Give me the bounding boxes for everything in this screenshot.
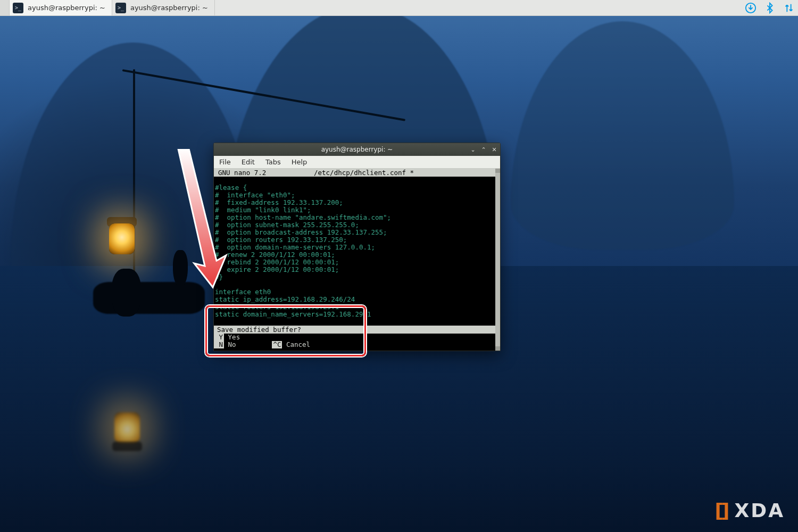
network-updown-icon[interactable] (783, 2, 795, 14)
window-maximize-button[interactable]: ⌃ (480, 146, 487, 153)
wallpaper-figure (112, 269, 141, 317)
window-title: ayush@raspberrypi: ~ (214, 146, 500, 153)
nano-line: # rebind 2 2000/1/12 00:00:01; (215, 259, 494, 266)
nano-key-cancel-label: Cancel (286, 340, 310, 348)
nano-line: # option routers 192.33.137.250; (215, 236, 494, 244)
nano-line: # option subnet-mask 255.255.255.0; (215, 221, 494, 229)
window-titlebar[interactable]: ayush@raspberrypi: ~ ⌄ ⌃ ✕ (214, 143, 500, 156)
bluetooth-icon[interactable] (764, 2, 776, 14)
nano-line: # option broadcast-address 192.33.137.25… (215, 229, 494, 236)
taskbar-item-label: ayush@raspberrypi: ~ (130, 4, 208, 12)
nano-line: # fixed-address 192.33.137.200; (215, 199, 494, 206)
taskbar-item-label: ayush@raspberrypi: ~ (28, 4, 105, 12)
nano-footer: Save modified buffer? Y Yes N No ^C Canc… (214, 326, 495, 348)
scrollbar-button-down[interactable] (495, 346, 500, 351)
nano-key-no-label: No (228, 340, 236, 348)
wallpaper-bird (173, 250, 188, 287)
nano-app-name: GNU nano 7.2 (218, 169, 314, 177)
nano-line: # expire 2 2000/1/12 00:00:01; (215, 266, 494, 273)
taskbar-item-terminal-2[interactable]: >_ ayush@raspberrypi: ~ (112, 0, 215, 15)
terminal-menubar: File Edit Tabs Help (214, 156, 500, 169)
terminal-window: ayush@raspberrypi: ~ ⌄ ⌃ ✕ File Edit Tab… (213, 143, 501, 351)
system-tray (745, 0, 798, 15)
nano-line: # option host-name "andare.swiftmedia.co… (215, 214, 494, 221)
nano-save-prompt: Save modified buffer? (214, 326, 495, 334)
nano-titlebar: GNU nano 7.2/etc/dhcp/dhclient.conf * (214, 169, 495, 177)
terminal-body[interactable]: GNU nano 7.2/etc/dhcp/dhclient.conf * #l… (214, 169, 500, 351)
nano-line: interface eth0 (215, 288, 494, 296)
menu-edit[interactable]: Edit (236, 158, 260, 166)
menu-help[interactable]: Help (286, 158, 313, 166)
nano-line: #} (215, 273, 494, 281)
scrollbar-track[interactable] (495, 169, 500, 351)
taskbar: >_ ayush@raspberrypi: ~ >_ ayush@raspber… (0, 0, 798, 16)
wallpaper-lantern (109, 223, 135, 254)
xda-watermark-text: XDA (735, 500, 785, 521)
nano-key-cancel[interactable]: ^C (272, 341, 282, 348)
wallpaper-lantern-reflection (114, 412, 140, 443)
nano-line: static routers=192.168.198.29.1 (215, 303, 494, 311)
nano-line: # option domain-name-servers 127.0.0.1; (215, 244, 494, 251)
nano-commented-block: #lease {# interface "eth0";# fixed-addre… (214, 184, 495, 281)
nano-line: # renew 2 2000/1/12 00:00:01; (215, 251, 494, 259)
menu-file[interactable]: File (214, 158, 236, 166)
taskbar-start-stub[interactable] (0, 0, 10, 15)
nano-file-path: /etc/dhcp/dhclient.conf * (314, 169, 414, 177)
scrollbar-button-up[interactable] (495, 169, 500, 173)
nano-key-yes-label: Yes (228, 333, 240, 341)
nano-key-no[interactable]: N (214, 341, 224, 348)
nano-line: # interface "eth0"; (215, 192, 494, 199)
nano-line: #lease { (215, 184, 494, 192)
wallpaper-lantern-reflection (112, 442, 142, 451)
download-icon[interactable] (745, 2, 757, 14)
nano-line: static domain_name_servers=192.168.29.1 (215, 311, 494, 318)
taskbar-item-terminal-1[interactable]: >_ ayush@raspberrypi: ~ (10, 0, 112, 15)
window-minimize-button[interactable]: ⌄ (469, 146, 477, 153)
xda-watermark: [] XDA (715, 500, 785, 521)
nano-key-yes[interactable]: Y (214, 334, 224, 341)
terminal-icon: >_ (13, 3, 23, 13)
menu-tabs[interactable]: Tabs (260, 158, 286, 166)
window-close-button[interactable]: ✕ (491, 146, 498, 153)
nano-line: static ip_address=192.168.29.246/24 (215, 296, 494, 303)
terminal-icon: >_ (115, 3, 126, 13)
nano-added-block: interface eth0static ip_address=192.168.… (214, 288, 495, 318)
nano-line: # medium "link0 link1"; (215, 206, 494, 214)
wallpaper-raft (93, 282, 205, 314)
